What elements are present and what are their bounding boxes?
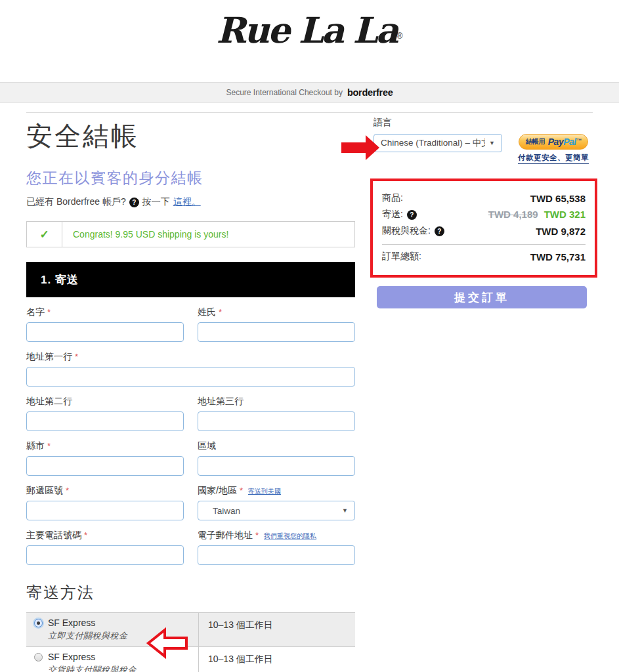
shipping-option-row[interactable]: SF Express 交貨時支付關稅與稅金 10–13 個工作日: [26, 646, 355, 672]
last-name-label: 姓氏*: [198, 306, 355, 318]
address1-label: 地址第一行*: [26, 351, 355, 363]
duties-note: 立即支付關稅與稅金: [48, 630, 198, 642]
total-value: TWD 75,731: [530, 251, 586, 262]
email-label: 電子郵件地址* 我們重視您的隱私: [198, 530, 355, 541]
account-question-text: 已經有 Borderfree 帳戶?: [26, 196, 126, 208]
radio-selected-icon[interactable]: [34, 619, 43, 627]
radio-unselected-icon[interactable]: [34, 653, 43, 662]
carrier-name: SF Express: [48, 652, 95, 662]
order-summary-column: 語言 Chinese (Traditional) – 中文繁體 ▼ 結帳用 Pa…: [374, 113, 593, 672]
secure-checkout-bar: Secure International Checkout by borderf…: [0, 82, 619, 103]
page-title: 安全結帳: [26, 121, 355, 152]
last-name-input[interactable]: [198, 322, 355, 342]
ruelala-logo-text: Rue La La: [217, 9, 397, 51]
duties-note: 交貨時支付關稅與稅金: [48, 664, 198, 672]
postal-code-input[interactable]: [26, 501, 184, 520]
content: 安全結帳 您正在以賓客的身分結帳 已經有 Borderfree 帳戶? ? 按一…: [0, 112, 619, 672]
check-icon: ✓: [27, 222, 62, 247]
first-name-input[interactable]: [26, 322, 184, 342]
duties-value: TWD 9,872: [536, 226, 586, 237]
shipping-method-table: SF Express 立即支付關稅與稅金 10–13 個工作日 SF Expre…: [26, 612, 355, 672]
country-select[interactable]: Taiwan ▼: [198, 501, 355, 520]
duties-label: 關稅與稅金: ?: [382, 225, 444, 237]
address2-field-group: 地址第二行: [26, 387, 184, 431]
address3-field-group: 地址第三行: [198, 387, 355, 431]
paypal-checkout-button[interactable]: 結帳用 PayPal™: [519, 134, 588, 150]
items-value: TWD 65,538: [530, 193, 586, 204]
city-input[interactable]: [26, 456, 184, 476]
privacy-link[interactable]: 我們重視您的隱私: [264, 532, 316, 541]
shipping-method-title: 寄送方法: [26, 582, 355, 603]
required-mark: *: [84, 530, 87, 540]
language-label: 語言: [374, 117, 593, 129]
checkout-form-column: 安全結帳 您正在以賓客的身分結帳 已經有 Borderfree 帳戶? ? 按一…: [26, 113, 355, 672]
address1-field-group: 地址第一行*: [26, 351, 355, 387]
help-icon[interactable]: ?: [129, 198, 139, 207]
required-mark: *: [47, 441, 51, 451]
summary-total-row: 訂單總額: TWD 75,731: [382, 251, 586, 262]
city-label: 縣市*: [26, 440, 184, 452]
required-mark: *: [47, 307, 51, 317]
region-label: 區域: [198, 440, 355, 452]
summary-shipping-row: 寄送: ? TWD 4,189TWD 321: [382, 209, 586, 220]
order-summary-box: 商品: TWD 65,538 寄送: ? TWD 4,189TWD 321 關稅…: [370, 178, 597, 278]
summary-duties-row: 關稅與稅金: ? TWD 9,872: [382, 225, 586, 237]
postal-code-label: 郵遞區號*: [26, 485, 184, 497]
shipping-original-price: TWD 4,189: [488, 209, 538, 220]
region-field-group: 區域: [198, 431, 355, 476]
required-mark: *: [75, 352, 78, 362]
first-name-field-group: 名字*: [26, 297, 184, 342]
address1-input[interactable]: [26, 367, 355, 387]
required-mark: *: [255, 530, 259, 540]
paypal-area: 結帳用 PayPal™ 付款更安全、更簡單: [517, 134, 590, 164]
borderfree-logo: borderfree: [347, 87, 393, 98]
help-icon[interactable]: ?: [407, 210, 417, 220]
shipping-label: 寄送: ?: [382, 209, 417, 220]
email-field-group: 電子郵件地址* 我們重視您的隱私: [198, 520, 355, 565]
divider: [382, 244, 586, 245]
congrats-banner: ✓ Congrats! 9.95 USD shipping is yours!: [26, 221, 355, 247]
chevron-down-icon: ▼: [342, 507, 348, 514]
shipping-discounted-price: TWD 321: [544, 209, 586, 220]
delivery-estimate: 10–13 個工作日: [199, 647, 355, 672]
click-text: 按一下: [142, 196, 170, 208]
country-label: 國家/地區* 寄送到美國: [198, 485, 355, 497]
first-name-label: 名字*: [26, 306, 184, 318]
ship-to-us-link[interactable]: 寄送到美國: [248, 487, 281, 496]
congrats-message: Congrats! 9.95 USD shipping is yours!: [62, 222, 239, 247]
chevron-down-icon: ▼: [489, 140, 495, 146]
delivery-estimate: 10–13 個工作日: [199, 613, 355, 646]
address3-label: 地址第三行: [198, 396, 355, 408]
phone-field-group: 主要電話號碼*: [26, 520, 184, 565]
region-input[interactable]: [198, 456, 355, 476]
carrier-name: SF Express: [48, 618, 95, 628]
items-label: 商品:: [382, 192, 403, 204]
address3-input[interactable]: [198, 411, 355, 431]
paypal-logo: PayPal™: [548, 136, 581, 147]
city-field-group: 縣市*: [26, 431, 184, 476]
summary-items-row: 商品: TWD 65,538: [382, 192, 586, 204]
logo: Rue La La®: [0, 0, 619, 82]
required-mark: *: [240, 486, 243, 495]
registered-mark: ®: [397, 32, 403, 41]
address2-label: 地址第二行: [26, 396, 184, 408]
account-question-line: 已經有 Borderfree 帳戶? ? 按一下 這裡。: [26, 196, 355, 208]
postal-code-field-group: 郵遞區號*: [26, 476, 184, 520]
secure-checkout-text: Secure International Checkout by: [226, 88, 343, 97]
email-input[interactable]: [198, 545, 355, 565]
address2-input[interactable]: [26, 411, 184, 431]
submit-order-button[interactable]: 提交訂單: [377, 286, 587, 308]
guest-checkout-heading: 您正在以賓客的身分結帳: [26, 168, 355, 188]
step1-shipping-header: 1. 寄送: [26, 262, 355, 297]
paypal-tagline: 付款更安全、更簡單: [518, 153, 589, 164]
checkout-page: { "logo": { "text": "Rue La La", "mark":…: [0, 0, 619, 672]
help-icon[interactable]: ?: [435, 226, 444, 236]
phone-input[interactable]: [26, 545, 184, 565]
language-select[interactable]: Chinese (Traditional) – 中文繁體 ▼: [374, 134, 502, 152]
shipping-option-row[interactable]: SF Express 立即支付關稅與稅金 10–13 個工作日: [26, 612, 355, 646]
sign-in-here-link[interactable]: 這裡。: [173, 196, 201, 208]
last-name-field-group: 姓氏*: [198, 297, 355, 342]
total-label: 訂單總額:: [382, 251, 421, 262]
country-field-group: 國家/地區* 寄送到美國 Taiwan ▼: [198, 476, 355, 520]
required-mark: *: [66, 486, 69, 495]
